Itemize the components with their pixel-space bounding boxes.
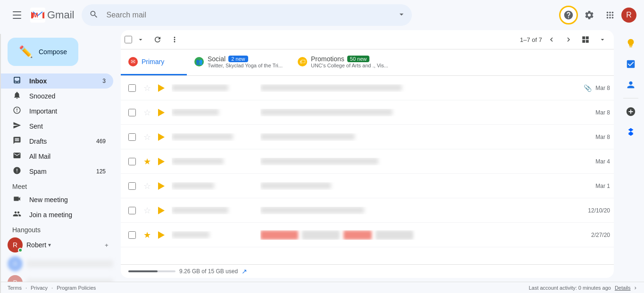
row-1-star[interactable]: ☆ (140, 83, 155, 93)
row-4-checkbox[interactable] (128, 158, 136, 165)
details-expand-button[interactable]: › (635, 284, 636, 291)
email-row[interactable]: ★ Mar 4 (121, 149, 614, 174)
email-row[interactable]: ☆ Mar 8 (121, 100, 614, 125)
row-3-date: Mar 8 (595, 134, 610, 140)
topbar: M Gmail R (0, 0, 644, 30)
sidebar-item-all-mail[interactable]: All Mail (0, 149, 113, 164)
row-4-sender (172, 158, 257, 165)
row-4-important[interactable] (155, 158, 168, 165)
row-6-date: 12/10/20 (588, 207, 610, 214)
row-5-star[interactable]: ☆ (140, 181, 155, 191)
row-4-date: Mar 4 (595, 158, 610, 165)
row-3-checkbox[interactable] (128, 133, 136, 141)
svg-text:M: M (33, 11, 38, 19)
hangout-item-1[interactable]: A (0, 254, 121, 273)
email-row[interactable]: ★ 2/27/20 (121, 223, 614, 247)
row-1-important[interactable] (155, 84, 168, 92)
row-7-checkbox[interactable] (128, 231, 136, 239)
layout-toggle-button[interactable] (578, 32, 593, 47)
row-7-important[interactable] (155, 231, 168, 239)
details-link[interactable]: Details (615, 285, 631, 291)
row-5-important[interactable] (155, 182, 168, 190)
promotions-tab-content: Promotions 50 new UNC's College of Arts … (311, 55, 388, 68)
row-4-right: Mar 4 (595, 158, 610, 165)
row-6-sender (172, 207, 257, 214)
sidebar-item-inbox[interactable]: Inbox 3 (0, 73, 113, 89)
privacy-link[interactable]: Privacy (31, 285, 48, 291)
row-1-checkbox[interactable] (128, 84, 136, 92)
prev-page-button[interactable] (544, 32, 559, 47)
drafts-label: Drafts (29, 138, 89, 145)
policies-link[interactable]: Program Policies (57, 285, 96, 291)
select-all-checkbox[interactable] (125, 36, 132, 43)
email-row[interactable]: ☆ Mar 8 (121, 125, 614, 149)
row-5-checkbox[interactable] (128, 182, 136, 190)
promotions-badge: 50 new (347, 56, 369, 62)
hangout-avatar-robert: R (8, 237, 23, 252)
hangout-item-2[interactable]: R (0, 273, 121, 282)
more-options-button[interactable] (167, 32, 182, 47)
manage-storage-button[interactable]: ↗ (242, 268, 247, 275)
important-marker-icon (158, 182, 165, 190)
keep-button[interactable] (621, 34, 640, 53)
row-2-sender (172, 109, 257, 116)
tasks-button[interactable] (621, 55, 640, 73)
row-3-important[interactable] (155, 133, 168, 141)
new-hangout-button[interactable]: + (100, 238, 113, 252)
sidebar-item-snoozed[interactable]: Snoozed (0, 89, 113, 104)
account-button[interactable]: R (621, 8, 636, 23)
footer-right: Last account activity: 0 minutes ago Det… (529, 284, 636, 291)
add-addon-button[interactable] (621, 102, 640, 121)
row-2-important[interactable] (155, 109, 168, 116)
row-2-star[interactable]: ☆ (140, 107, 155, 118)
search-dropdown-button[interactable] (397, 10, 406, 21)
row-1-date: Mar 8 (595, 85, 610, 91)
help-button[interactable] (559, 6, 578, 24)
select-dropdown-button[interactable] (133, 32, 148, 47)
email-row[interactable]: ☆ 12/10/20 (121, 198, 614, 223)
refresh-button[interactable] (150, 32, 165, 47)
important-label: Important (29, 107, 106, 115)
email-row[interactable]: ☆ Mar 1 (121, 174, 614, 198)
row-6-important[interactable] (155, 207, 168, 214)
contacts-button[interactable] (621, 75, 640, 94)
sidebar-item-join-meeting[interactable]: Join a meeting (0, 207, 113, 222)
row-1-snippet (260, 84, 580, 92)
promotions-tab-label: Promotions (311, 55, 344, 63)
row-5-date: Mar 1 (595, 183, 610, 189)
row-3-star[interactable]: ☆ (140, 132, 155, 142)
important-marker-icon (158, 158, 165, 165)
row-2-checkbox[interactable] (128, 109, 136, 116)
apps-button[interactable] (601, 6, 619, 24)
sidebar-item-spam[interactable]: Spam 125 (0, 164, 113, 179)
sidebar-item-sent[interactable]: Sent (0, 119, 113, 134)
row-6-star[interactable]: ☆ (140, 205, 155, 216)
settings-button[interactable] (580, 6, 599, 24)
sidebar-item-new-meeting[interactable]: New meeting (0, 192, 113, 207)
email-row[interactable]: ☆ 📎 Mar 8 (121, 76, 614, 100)
hangout-user-robert[interactable]: R Robert ▾ + (0, 236, 121, 254)
footer: Terms · Privacy · Program Policies Last … (0, 282, 644, 293)
compose-button[interactable]: ✏️ Compose (8, 38, 78, 66)
hamburger-icon (13, 11, 21, 19)
row-2-date: Mar 8 (595, 109, 610, 116)
compose-label: Compose (39, 48, 67, 56)
terms-link[interactable]: Terms (8, 285, 22, 291)
social-tab-label: Social (208, 55, 226, 63)
layout-dropdown-button[interactable] (595, 32, 610, 47)
row-4-star[interactable]: ★ (140, 156, 155, 167)
tab-primary[interactable]: ✉ Primary (121, 49, 187, 75)
next-page-button[interactable] (561, 32, 576, 47)
hamburger-menu-button[interactable] (8, 6, 26, 24)
row-7-star[interactable]: ★ (140, 230, 155, 240)
sidebar-item-important[interactable]: Important (0, 104, 113, 119)
search-input[interactable] (82, 4, 412, 26)
row-1-sender (172, 84, 257, 92)
row-3-checkbox-container (125, 133, 140, 141)
social-tab-content: Social 2 new Twitter, Skyclad Yoga of th… (208, 55, 283, 68)
sidebar-item-drafts[interactable]: Drafts 469 (0, 134, 113, 149)
tab-promotions[interactable]: 🏷 Promotions 50 new UNC's College of Art… (290, 49, 396, 75)
row-6-checkbox[interactable] (128, 207, 136, 214)
tab-social[interactable]: 👥 Social 2 new Twitter, Skyclad Yoga of … (187, 49, 290, 75)
dropbox-button[interactable] (621, 123, 640, 142)
